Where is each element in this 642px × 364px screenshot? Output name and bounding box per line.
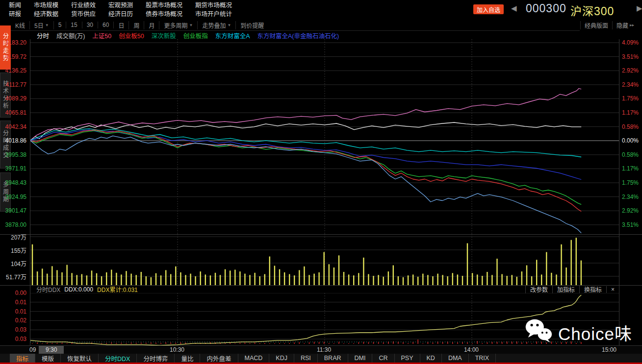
menu-group-4: 股票市场概况债券市场概况 [146,1,182,19]
tab-KDJ[interactable]: KDJ [269,354,294,363]
tab-DMA[interactable]: DMA [442,354,469,363]
toolbar-item-到价提醒[interactable]: 到价提醒 [236,21,268,29]
menu-group-1: 市场规模经济数据 [34,1,58,19]
price-label-left: 4089.29 [5,95,26,102]
menu-item[interactable]: 研报 [9,10,21,19]
series-创业板指 [30,131,581,205]
menu-group-2: 行业绩效货币供应 [71,1,96,19]
menu-item[interactable]: 新闻 [9,1,21,10]
chevron-down-icon: ▼ [45,23,49,27]
tab-TRIX[interactable]: TRIX [469,354,496,363]
toolbar-item-更多周期[interactable]: 更多周期▼ [159,21,198,29]
tab-模版[interactable]: 模版 [35,354,61,363]
price-label-left: 4018.86 [5,137,26,144]
chevron-down-icon: ▼ [189,23,193,27]
pct-label-right: 2.34% [622,194,639,200]
pct-label-right: 3.51% [622,221,639,228]
prev-symbol-icon[interactable]: ◀ [511,4,517,13]
ddx-axis-label: 0.01 [15,308,26,315]
menu-item[interactable]: 市场规模 [34,1,58,10]
ddx-close-icon[interactable]: × [606,286,619,293]
tab-MACD[interactable]: MACD [238,354,270,363]
volume-axis: 207万155万104万51.77万 [0,234,28,285]
volume-label: 51.77万 [6,272,26,281]
time-label-open: 09 [29,346,36,353]
indicator-tab-bar: 指标模版恢复默认分时DDX分时博弈量比内外盘差MACDKDJRSIBRARDMI… [0,354,642,363]
toolbar-right-隐藏[interactable]: 隐藏▸▸ [612,21,638,29]
price-label-left: 3971.91 [5,165,26,172]
ddx-button-换指标[interactable]: 换指标 [579,285,606,293]
panel-divider [0,234,642,235]
price-label-left: 3924.95 [5,194,26,200]
legend-深次新股: 深次新股 [152,31,176,40]
ddx-button-改参数[interactable]: 改参数 [525,285,552,293]
menu-item[interactable]: 股票市场概况 [146,1,182,10]
tab-RSI[interactable]: RSI [294,354,318,363]
legend-东方财富全A: 东方财富全A [215,31,250,40]
tab-内外盘差[interactable]: 内外盘差 [200,354,238,363]
toolbar-item-15[interactable]: 15 [66,22,82,28]
toolbar-item-60[interactable]: 60 [98,22,114,28]
tab-BRAR[interactable]: BRAR [318,354,348,363]
symbol-name: 沪深300 [570,2,614,19]
tab-量比[interactable]: 量比 [175,354,200,363]
price-axis-left: 4183.204159.724136.254112.774089.294065.… [0,39,28,234]
next-symbol-icon[interactable]: ▶ [637,4,642,13]
add-watchlist-button[interactable]: 加入自选 [473,4,504,14]
toolbar-item-日[interactable]: 日 [114,21,129,29]
pct-label-right: 1.75% [622,95,639,102]
period-toolbar: K线5日▼5153060日周月更多周期▼走势叠加▼到价提醒 [11,20,580,31]
price-label-left: 3878.00 [5,221,26,228]
price-label-left: 4065.81 [5,109,26,116]
tab-恢复默认[interactable]: 恢复默认 [61,354,99,363]
price-label-left: 4042.34 [5,123,26,130]
pct-label-right: 4.09% [622,39,639,46]
volume-label: 104万 [11,259,26,267]
tab-指标[interactable]: 指标 [10,354,35,363]
session-start-box[interactable]: 9:30 [39,346,64,354]
toolbar-item-30[interactable]: 30 [82,22,98,28]
menu-item[interactable]: 行业绩效 [71,1,96,10]
toolbar-item-月[interactable]: 月 [144,21,159,29]
toolbar-item-周[interactable]: 周 [129,21,144,29]
price-label-left: 4136.25 [5,67,26,74]
menu-item[interactable]: 经济数据 [34,10,58,19]
ddx-button-加指标[interactable]: 加指标 [552,285,579,293]
toolbar-right-经典版面[interactable]: 经典版面 [580,21,612,29]
menu-group-5: 期货市场概况市场开户统计 [195,1,232,19]
menu-item[interactable]: 债券市场概况 [146,10,182,19]
pct-label-right: 1.17% [622,165,639,172]
ddx-line [30,295,581,345]
ddx-axis-label: 0.02 [15,317,26,324]
volume-chart[interactable] [30,234,619,285]
ddx-value: DDX:0.000 [64,286,93,293]
pct-label-right: 3.51% [622,53,639,60]
tab-分时博弈[interactable]: 分时博弈 [137,354,175,363]
toolbar-item-5日[interactable]: 5日▼ [30,21,54,29]
pct-label-right: 0.00% [622,137,639,144]
tab-PSY[interactable]: PSY [395,354,420,363]
time-label-10:30: 10:30 [170,346,184,353]
toolbar-item-走势叠加[interactable]: 走势叠加▼ [198,21,236,29]
tab-CR[interactable]: CR [372,354,394,363]
price-label-left: 3901.47 [5,207,26,214]
tab-DMI[interactable]: DMI [348,354,373,363]
series-深次新股 [30,136,581,233]
toolbar-item-5[interactable]: 5 [54,22,67,28]
tab-分时DDX[interactable]: 分时DDX [99,354,137,363]
tab-KD[interactable]: KD [420,354,442,363]
intraday-price-chart[interactable] [30,39,619,234]
menu-item[interactable]: 期货市场概况 [195,1,232,10]
ddx-axis-label: 0.01 [15,299,26,306]
menu-item[interactable]: 经济日历 [108,10,133,19]
legend-分时: 分时 [37,31,49,40]
price-label-left: 4183.20 [5,39,26,46]
price-axis-right: 4.09%3.51%2.92%2.34%1.75%1.17%0.58%0.00%… [621,39,642,234]
menu-item[interactable]: 货币供应 [71,10,96,19]
wechat-icon [524,317,554,347]
price-label-left: 3995.38 [5,151,26,158]
menu-item[interactable]: 市场开户统计 [195,10,232,19]
menu-item[interactable]: 宏观预测 [108,1,133,10]
toolbar-item-K线[interactable]: K线 [11,21,30,29]
watermark: Choice味 [524,317,632,347]
